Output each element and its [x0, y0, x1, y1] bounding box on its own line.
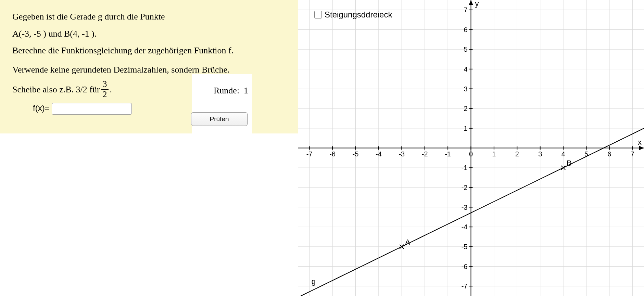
- answer-row: f(x)=: [33, 103, 132, 115]
- fraction-icon: 3 2: [101, 79, 109, 99]
- svg-marker-32: [639, 146, 644, 150]
- svg-text:-2: -2: [422, 150, 428, 158]
- round-row: Runde: 1: [196, 75, 248, 106]
- problem-panel: Gegeben ist die Gerade g durch die Punkt…: [0, 0, 298, 133]
- svg-text:g: g: [312, 277, 316, 286]
- svg-marker-33: [469, 0, 473, 5]
- svg-text:4: 4: [464, 65, 467, 73]
- svg-text:1: 1: [492, 150, 496, 158]
- graph-panel: xy-7-6-5-4-3-2-101234567-7-6-5-4-3-2-112…: [298, 0, 644, 296]
- svg-text:-5: -5: [462, 243, 468, 250]
- check-button[interactable]: Prüfen: [191, 112, 248, 126]
- slope-triangle-checkbox-wrap[interactable]: Steigungsddreieck: [313, 10, 392, 20]
- answer-input[interactable]: [52, 103, 132, 115]
- svg-text:2: 2: [515, 150, 519, 158]
- svg-text:7: 7: [464, 6, 467, 14]
- round-label: Runde:: [214, 86, 239, 95]
- svg-text:-7: -7: [462, 282, 468, 290]
- svg-text:A: A: [405, 238, 410, 246]
- svg-text:-4: -4: [462, 223, 468, 231]
- text-line-3: Berechne die Funktionsgleichung der zuge…: [12, 43, 286, 58]
- svg-text:-7: -7: [306, 150, 313, 158]
- slope-triangle-label: Steigungsddreieck: [325, 10, 392, 20]
- text-line-1: Gegeben ist die Gerade g durch die Punkt…: [12, 10, 286, 24]
- text-line-5-post: .: [110, 82, 112, 97]
- svg-text:6: 6: [607, 150, 611, 158]
- svg-text:1: 1: [464, 125, 467, 132]
- svg-text:-5: -5: [353, 150, 359, 158]
- fraction-numerator: 3: [101, 79, 109, 90]
- svg-text:-2: -2: [462, 184, 468, 191]
- text-line-2: A(-3, -5 ) und B(4, -1 ).: [12, 27, 286, 41]
- svg-text:0: 0: [469, 150, 473, 158]
- answer-label: f(x)=: [33, 103, 50, 113]
- svg-text:4: 4: [561, 150, 565, 158]
- svg-text:-3: -3: [399, 150, 405, 158]
- svg-text:6: 6: [464, 26, 467, 34]
- text-line-5: Scheibe also z.B. 3/2 für 3 2 .: [12, 79, 112, 99]
- svg-text:-1: -1: [445, 150, 451, 158]
- svg-text:y: y: [475, 0, 479, 8]
- svg-text:5: 5: [464, 46, 467, 53]
- svg-text:2: 2: [464, 105, 467, 112]
- svg-text:3: 3: [464, 85, 467, 93]
- svg-text:7: 7: [631, 150, 634, 158]
- svg-text:x: x: [638, 138, 642, 146]
- coordinate-plane: xy-7-6-5-4-3-2-101234567-7-6-5-4-3-2-112…: [298, 0, 644, 296]
- svg-text:-4: -4: [376, 150, 382, 158]
- svg-text:-1: -1: [462, 164, 468, 171]
- slope-triangle-checkbox[interactable]: [314, 11, 322, 18]
- svg-text:-6: -6: [462, 263, 468, 270]
- text-line-5-pre: Scheibe also z.B. 3/2 für: [12, 82, 100, 97]
- fraction-denominator: 2: [101, 90, 109, 100]
- status-box: Runde: 1 Punkte: 0: [192, 74, 252, 139]
- svg-text:B: B: [567, 159, 572, 167]
- svg-text:-3: -3: [462, 204, 468, 211]
- round-value: 1: [244, 86, 248, 95]
- svg-text:-6: -6: [329, 150, 336, 158]
- svg-text:3: 3: [538, 150, 542, 158]
